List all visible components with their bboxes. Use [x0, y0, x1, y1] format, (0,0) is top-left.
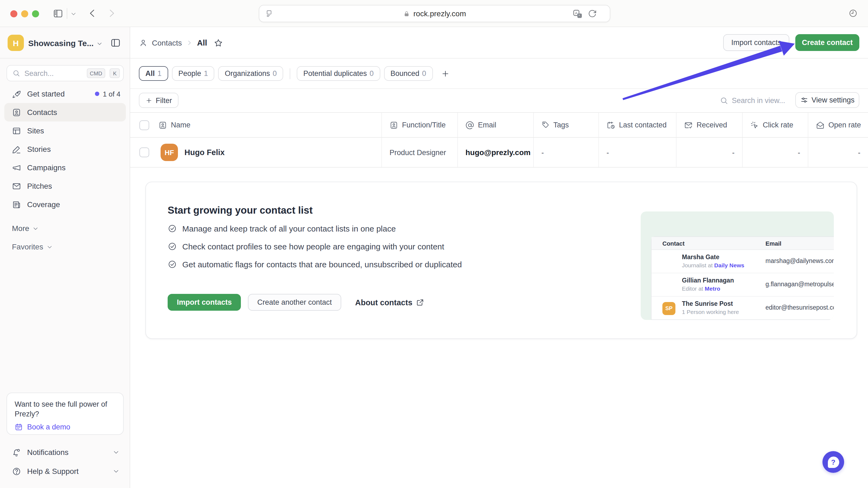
breadcrumb-all[interactable]: All — [197, 38, 207, 47]
tab-people[interactable]: People 1 — [172, 66, 215, 81]
notifications-label: Notifications — [27, 448, 69, 457]
contact-open-rate: - — [858, 148, 860, 156]
back-icon[interactable] — [87, 8, 98, 19]
sidebar-item-label: Contacts — [27, 108, 57, 117]
contact-row[interactable]: HF Hugo Felix Product Designer hugo@prez… — [130, 138, 868, 167]
get-started-progress: 1 of 4 — [103, 90, 120, 98]
contact-name[interactable]: Hugo Felix — [184, 148, 225, 157]
envelope-icon — [12, 182, 21, 191]
tab-bounced[interactable]: Bounced 0 — [384, 66, 433, 81]
column-header-name[interactable]: Name — [171, 121, 190, 129]
sidebar-item-stories[interactable]: Stories — [4, 140, 126, 158]
bullet-item: Manage and keep track of all your contac… — [167, 224, 396, 233]
preview-role: Editor at — [682, 285, 703, 292]
chevron-right-icon — [186, 40, 193, 46]
add-view-icon[interactable] — [441, 69, 450, 78]
sidebar-toggle-icon[interactable] — [53, 8, 63, 19]
column-header-last-contacted[interactable]: Last contacted — [619, 121, 667, 129]
view-settings-button[interactable]: View settings — [795, 92, 859, 108]
tab-count: 1 — [204, 69, 208, 77]
workspace-switcher[interactable]: H Showcasing Te... — [0, 27, 130, 59]
history-clock-icon[interactable] — [848, 9, 858, 18]
sidebar-more[interactable]: More — [12, 224, 38, 233]
help-support-label: Help & Support — [27, 467, 79, 476]
help-fab-button[interactable]: ? — [823, 451, 844, 473]
create-another-contact-button[interactable]: Create another contact — [248, 294, 341, 311]
url-bar[interactable]: rock.prezly.com A* — [259, 5, 610, 22]
sidebar-item-sites[interactable]: Sites — [4, 122, 126, 140]
tab-all[interactable]: All 1 — [139, 66, 168, 81]
calendar-clock-icon — [607, 121, 615, 129]
kbd-cmd: CMD — [87, 68, 105, 78]
import-contacts-button-secondary[interactable]: Import contacts — [167, 294, 241, 311]
contact-list-preview: Contact Email Marsha Gate Journalist at … — [641, 212, 834, 320]
forward-icon[interactable] — [106, 8, 117, 19]
progress-dot — [95, 92, 99, 96]
chevron-down-icon — [113, 449, 119, 455]
window-close-button[interactable] — [10, 10, 18, 17]
contact-tags: - — [541, 148, 544, 156]
select-all-checkbox[interactable] — [140, 120, 149, 130]
reload-icon[interactable] — [588, 9, 597, 19]
column-header-tags[interactable]: Tags — [553, 121, 569, 129]
preview-contact-name: Gillian Flannagan — [682, 277, 734, 284]
chevron-down-icon[interactable] — [70, 11, 76, 17]
collapse-sidebar-icon[interactable] — [110, 37, 121, 48]
star-icon[interactable] — [214, 38, 223, 47]
sidebar-item-coverage[interactable]: Coverage — [4, 195, 126, 214]
tab-count: 0 — [369, 69, 373, 77]
contacts-icon — [12, 108, 21, 117]
window-minimize-button[interactable] — [21, 10, 28, 17]
rocket-icon — [12, 89, 21, 98]
tab-label: Potential duplicates — [303, 69, 367, 77]
search-input[interactable]: Search... CMD K — [6, 65, 124, 82]
import-contacts-label: Import contacts — [731, 38, 781, 46]
help-support-item[interactable]: Help & Support — [6, 462, 124, 480]
pencil-icon — [12, 144, 21, 154]
id-card-icon — [390, 121, 398, 129]
cursor-click-icon — [750, 121, 759, 129]
import-contacts-label: Import contacts — [177, 298, 232, 306]
create-contact-button[interactable]: Create contact — [795, 34, 859, 51]
notifications-item[interactable]: Notifications — [6, 444, 124, 461]
row-checkbox[interactable] — [140, 148, 149, 157]
url-text: rock.prezly.com — [413, 9, 466, 18]
sidebar-item-get-started[interactable]: Get started 1 of 4 — [4, 85, 126, 103]
search-in-view-input[interactable]: Search in view... — [720, 93, 785, 108]
bullet-item: Check contact profiles to see how people… — [167, 242, 444, 251]
import-contacts-button[interactable]: Import contacts — [723, 34, 789, 51]
breadcrumb-contacts[interactable]: Contacts — [152, 38, 182, 47]
tab-label: All — [145, 69, 155, 77]
help-circle-icon — [12, 466, 21, 476]
empty-state-title: Start growing your contact list — [167, 204, 313, 216]
column-header-open-rate[interactable]: Open rate — [828, 121, 861, 129]
filter-button[interactable]: Filter — [139, 93, 179, 108]
contact-email: hugo@prezly.com — [465, 148, 531, 157]
contact-function: Product Designer — [390, 148, 446, 156]
tab-potential-duplicates[interactable]: Potential duplicates 0 — [297, 66, 380, 81]
translate-icon[interactable]: A* — [573, 9, 583, 19]
sidebar-item-pitches[interactable]: Pitches — [4, 177, 126, 195]
sidebar-item-label: Get started — [27, 90, 65, 98]
person-icon — [139, 38, 148, 47]
chevron-down-icon — [97, 41, 102, 46]
preview-column-email: Email — [766, 237, 781, 250]
sidebar-item-label: Campaigns — [27, 163, 66, 172]
column-header-email[interactable]: Email — [478, 121, 496, 129]
tab-organizations[interactable]: Organizations 0 — [218, 66, 283, 81]
window-zoom-button[interactable] — [32, 10, 39, 17]
preview-email: editor@thesunrisepost.com — [766, 304, 834, 311]
sidebar-favorites[interactable]: Favorites — [12, 242, 52, 251]
book-demo-link[interactable]: Book a demo — [14, 423, 116, 431]
sidebar: H Showcasing Te... Search... CMD K Get s… — [0, 27, 130, 488]
sites-icon — [12, 126, 21, 135]
column-header-function[interactable]: Function/Title — [402, 121, 446, 129]
about-contacts-link[interactable]: About contacts — [355, 298, 424, 306]
sidebar-item-campaigns[interactable]: Campaigns — [4, 158, 126, 177]
column-header-received[interactable]: Received — [696, 121, 727, 129]
browser-chrome: rock.prezly.com A* — [0, 0, 868, 27]
column-header-click-rate[interactable]: Click rate — [763, 121, 794, 129]
promo-card: Want to see the full power of Prezly? Bo… — [6, 393, 124, 435]
chevron-down-icon — [33, 225, 38, 231]
sidebar-item-contacts[interactable]: Contacts — [4, 103, 126, 122]
